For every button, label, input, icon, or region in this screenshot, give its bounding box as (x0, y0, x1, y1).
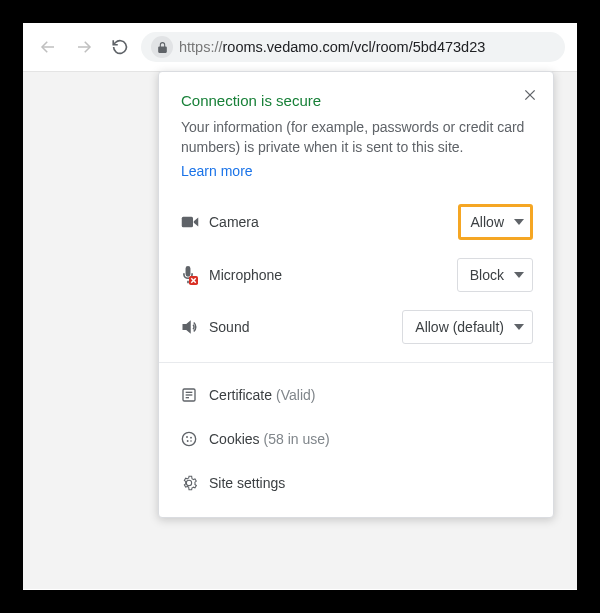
permission-value: Block (470, 267, 504, 283)
permission-label: Microphone (209, 267, 457, 283)
sound-icon (181, 319, 209, 335)
permission-select[interactable]: Allow (458, 204, 533, 240)
lock-icon[interactable] (151, 36, 173, 58)
cookies-row[interactable]: Cookies (58 in use) (181, 417, 533, 461)
cookies-label: Cookies (209, 431, 260, 447)
certificate-row[interactable]: Certificate (Valid) (181, 373, 533, 417)
site-info-popup: Connection is secure Your information (f… (158, 71, 554, 518)
permission-microphone: Microphone Block (181, 258, 533, 292)
address-bar[interactable]: https://rooms.vedamo.com/vcl/room/5bd473… (141, 32, 565, 62)
permission-sound: Sound Allow (default) (181, 310, 533, 344)
svg-point-13 (186, 436, 188, 438)
cookie-icon (181, 431, 209, 447)
certificate-icon (181, 387, 209, 403)
divider (159, 362, 553, 363)
url-text: https://rooms.vedamo.com/vcl/room/5bd473… (179, 39, 485, 55)
site-settings-label: Site settings (209, 475, 285, 491)
browser-toolbar: https://rooms.vedamo.com/vcl/room/5bd473… (23, 23, 577, 72)
permission-select[interactable]: Block (457, 258, 533, 292)
permission-camera: Camera Allow (181, 204, 533, 240)
chevron-down-icon (514, 324, 524, 330)
certificate-status: (Valid) (276, 387, 315, 403)
site-settings-row[interactable]: Site settings (181, 461, 533, 505)
close-icon[interactable] (519, 84, 541, 110)
back-button[interactable] (39, 38, 57, 56)
svg-point-15 (187, 440, 189, 442)
microphone-blocked-icon (181, 266, 209, 284)
svg-point-16 (190, 440, 192, 442)
permission-value: Allow (default) (415, 319, 504, 335)
forward-button[interactable] (75, 38, 93, 56)
chevron-down-icon (514, 219, 524, 225)
permission-label: Sound (209, 319, 402, 335)
popup-title: Connection is secure (181, 92, 533, 109)
permission-select[interactable]: Allow (default) (402, 310, 533, 344)
popup-description: Your information (for example, passwords… (181, 117, 533, 158)
permissions-list: Camera Allow Microphone Blo (181, 204, 533, 344)
permission-label: Camera (209, 214, 458, 230)
cookies-status: (58 in use) (264, 431, 330, 447)
learn-more-link[interactable]: Learn more (181, 163, 253, 179)
svg-point-12 (182, 432, 195, 445)
certificate-label: Certificate (209, 387, 272, 403)
gear-icon (181, 475, 209, 491)
page-content: Connection is secure Your information (f… (23, 72, 577, 589)
camera-icon (181, 215, 209, 229)
svg-rect-4 (182, 216, 193, 227)
permission-value: Allow (471, 214, 504, 230)
chevron-down-icon (514, 272, 524, 278)
reload-button[interactable] (111, 38, 129, 56)
browser-window: https://rooms.vedamo.com/vcl/room/5bd473… (23, 23, 577, 590)
site-info-list: Certificate (Valid) Cookies (58 in use) (181, 373, 533, 505)
svg-point-14 (190, 436, 192, 438)
